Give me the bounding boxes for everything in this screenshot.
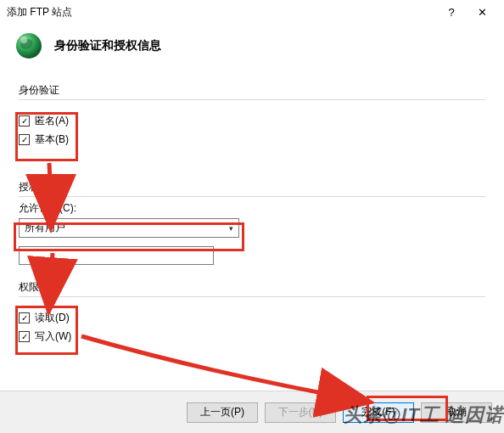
next-button: 下一步(N) [265,402,336,423]
close-button[interactable]: ✕ [467,0,497,24]
watermark-text: 头条@IT工 迪因诺 [344,402,504,428]
permissions-group: ✓ 读取(D) ✓ 写入(W) [19,301,97,353]
allow-access-textbox[interactable] [19,246,214,265]
allow-access-select[interactable]: 所有用户 ▾ [19,218,239,238]
titlebar: 添加 FTP 站点 ? ✕ [0,0,504,24]
checkbox-label: 写入(W) [35,329,71,344]
checkbox-label: 读取(D) [35,311,70,325]
checkbox-icon: ✓ [19,331,30,342]
checkbox-anonymous[interactable]: ✓ 匿名(A) [19,114,97,128]
checkbox-label: 匿名(A) [35,114,69,128]
checkbox-icon: ✓ [19,115,30,127]
svg-point-1 [20,37,27,43]
checkbox-basic[interactable]: ✓ 基本(B) [19,132,97,147]
page-title: 身份验证和授权信息 [54,38,161,53]
checkbox-icon: ✓ [19,134,30,145]
checkbox-label: 基本(B) [35,132,69,147]
chevron-down-icon: ▾ [229,224,233,233]
authorization-section-label: 授权 [19,180,485,194]
content-area: 身份验证 ✓ 匿名(A) ✓ 基本(B) 授权 允许访问(C): 所有用户 ▾ … [0,83,504,353]
globe-icon [14,31,44,61]
help-button[interactable]: ? [436,0,467,24]
auth-section-label: 身份验证 [19,83,485,98]
checkbox-write[interactable]: ✓ 写入(W) [19,329,97,344]
auth-group: ✓ 匿名(A) ✓ 基本(B) [19,104,97,156]
allow-access-label: 允许访问(C): [19,201,485,216]
window-title: 添加 FTP 站点 [7,5,436,20]
checkbox-icon: ✓ [19,312,30,323]
checkbox-read[interactable]: ✓ 读取(D) [19,311,97,325]
dialog-header: 身份验证和授权信息 [0,24,504,78]
select-value: 所有用户 [25,221,65,235]
permissions-section-label: 权限 [19,280,485,295]
prev-button[interactable]: 上一页(P) [187,402,258,423]
